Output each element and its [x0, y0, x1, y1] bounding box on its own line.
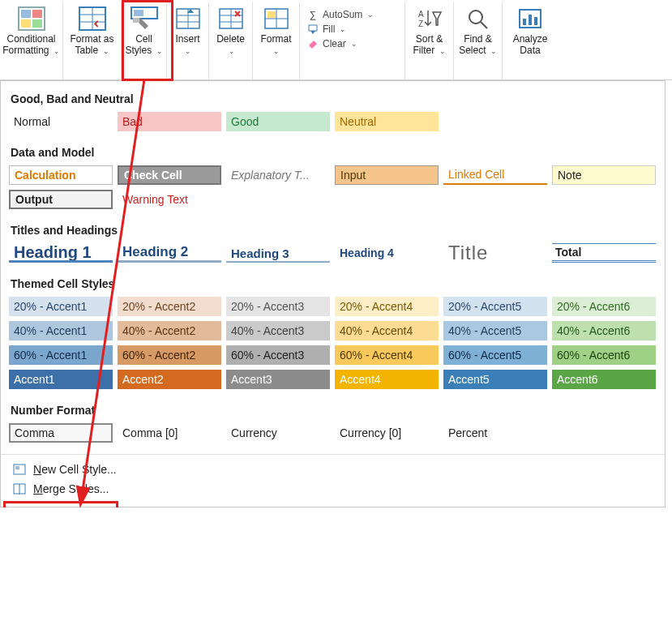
section-titles-headings: Titles and Headings: [1, 217, 665, 242]
style-title[interactable]: Title: [443, 243, 547, 263]
svg-rect-4: [32, 19, 42, 28]
style-accent5-40[interactable]: 40% - Accent5: [443, 321, 547, 340]
style-accent3-60[interactable]: 60% - Accent3: [226, 345, 330, 365]
style-accent6-20[interactable]: 20% - Accent6: [552, 297, 656, 316]
style-accent1[interactable]: Accent1: [9, 370, 113, 389]
style-heading-3[interactable]: Heading 3: [226, 243, 330, 263]
section-data-model: Data and Model: [1, 139, 665, 164]
style-linked-cell[interactable]: Linked Cell: [443, 165, 547, 185]
style-accent5[interactable]: Accent5: [443, 370, 547, 389]
style-accent3[interactable]: Accent3: [226, 370, 330, 389]
svg-rect-24: [309, 25, 317, 31]
style-note[interactable]: Note: [552, 165, 656, 185]
label: Format⌄: [260, 34, 291, 57]
label: CellStyles ⌄: [126, 34, 163, 57]
style-accent4-60[interactable]: 60% - Accent4: [335, 345, 439, 365]
merge-styles-menu[interactable]: Merge Styles...: [9, 479, 657, 499]
svg-rect-3: [21, 19, 31, 28]
svg-rect-10: [134, 10, 143, 16]
style-bad[interactable]: Bad: [118, 112, 221, 131]
style-accent2-60[interactable]: 60% - Accent2: [118, 345, 221, 365]
analyze-data-button[interactable]: AnalyzeData: [503, 2, 558, 79]
style-heading-4[interactable]: Heading 4: [335, 243, 439, 263]
style-check-cell[interactable]: Check Cell: [118, 165, 221, 185]
label: New Cell Style...: [33, 463, 117, 476]
style-total[interactable]: Total: [552, 243, 656, 263]
style-accent6[interactable]: Accent6: [552, 370, 656, 389]
fill-down-icon: [306, 24, 319, 35]
style-heading-2[interactable]: Heading 2: [118, 243, 221, 263]
new-style-icon: [12, 463, 27, 476]
delete-button[interactable]: Delete⌄: [209, 2, 253, 79]
style-accent5-20[interactable]: 20% - Accent5: [443, 297, 547, 316]
style-neutral[interactable]: Neutral: [335, 112, 439, 131]
label: Delete⌄: [216, 34, 245, 57]
section-good-bad-neutral: Good, Bad and Neutral: [1, 86, 665, 110]
style-heading-1[interactable]: Heading 1: [9, 243, 113, 263]
style-accent5-60[interactable]: 60% - Accent5: [443, 345, 547, 365]
style-accent4-20[interactable]: 20% - Accent4: [335, 297, 439, 316]
format-button[interactable]: Format⌄: [253, 2, 300, 79]
insert-cells-icon: [173, 5, 203, 32]
style-accent2-20[interactable]: 20% - Accent2: [118, 297, 221, 316]
editing-group: ∑ AutoSum ⌄ Fill ⌄ Clear ⌄: [300, 2, 405, 79]
label: Find &Select ⌄: [459, 34, 497, 57]
style-currency-0[interactable]: Currency [0]: [335, 423, 439, 443]
clear-button[interactable]: Clear ⌄: [305, 37, 375, 50]
style-accent1-20[interactable]: 20% - Accent1: [9, 297, 113, 316]
insert-button[interactable]: Insert⌄: [167, 2, 209, 79]
style-accent3-20[interactable]: 20% - Accent3: [226, 297, 330, 316]
label: Insert⌄: [175, 34, 199, 57]
style-accent1-40[interactable]: 40% - Accent1: [9, 321, 113, 340]
style-currency[interactable]: Currency: [226, 423, 330, 443]
style-calculation[interactable]: Calculation: [9, 165, 113, 185]
style-normal[interactable]: Normal: [9, 112, 113, 131]
svg-text:A: A: [418, 10, 424, 19]
format-cells-icon: [261, 5, 292, 32]
style-accent3-40[interactable]: 40% - Accent3: [226, 321, 330, 340]
style-accent6-60[interactable]: 60% - Accent6: [552, 345, 656, 365]
merge-styles-icon: [12, 482, 27, 495]
style-accent2[interactable]: Accent2: [118, 370, 221, 389]
label: AnalyzeData: [513, 34, 548, 57]
svg-rect-2: [32, 10, 42, 18]
style-accent6-40[interactable]: 40% - Accent6: [552, 321, 656, 340]
new-cell-style-menu[interactable]: New Cell Style...: [9, 460, 657, 479]
svg-rect-1: [21, 10, 31, 18]
label: Sort &Filter ⌄: [413, 34, 446, 57]
style-accent2-40[interactable]: 40% - Accent2: [118, 321, 221, 340]
format-as-table-button[interactable]: Format asTable ⌄: [63, 2, 122, 79]
cell-styles-icon: [129, 5, 160, 32]
style-percent[interactable]: Percent: [443, 423, 547, 443]
svg-rect-30: [523, 19, 526, 25]
label: Merge Styles...: [33, 482, 109, 495]
find-select-button[interactable]: Find &Select ⌄: [454, 2, 503, 79]
ribbon-toolbar: ConditionalFormatting ⌄ Format asTable ⌄…: [0, 0, 672, 80]
svg-rect-32: [534, 17, 537, 25]
sort-filter-button[interactable]: AZ Sort &Filter ⌄: [405, 2, 454, 79]
style-accent4-40[interactable]: 40% - Accent4: [335, 321, 439, 340]
label: Clear: [323, 38, 346, 49]
svg-rect-21: [268, 11, 276, 18]
style-comma[interactable]: Comma: [9, 423, 113, 443]
svg-text:Z: Z: [418, 19, 423, 28]
conditional-formatting-button[interactable]: ConditionalFormatting ⌄: [0, 2, 63, 79]
label: AutoSum: [323, 9, 362, 20]
style-warning-text[interactable]: Warning Text: [118, 190, 221, 209]
section-number-format: Number Format: [1, 397, 665, 422]
style-output[interactable]: Output: [9, 190, 113, 209]
conditional-formatting-icon: [16, 5, 47, 32]
style-comma-0[interactable]: Comma [0]: [118, 423, 221, 443]
fill-button[interactable]: Fill ⌄: [305, 23, 375, 36]
style-input[interactable]: Input: [335, 165, 439, 185]
autosum-button[interactable]: ∑ AutoSum ⌄: [305, 8, 375, 21]
style-explanatory[interactable]: Explanatory T...: [226, 165, 330, 185]
style-accent1-60[interactable]: 60% - Accent1: [9, 345, 113, 365]
sigma-icon: ∑: [306, 9, 319, 20]
section-themed: Themed Cell Styles: [1, 271, 665, 295]
label: ConditionalFormatting ⌄: [2, 34, 60, 57]
style-good[interactable]: Good: [226, 112, 330, 131]
cell-styles-button[interactable]: CellStyles ⌄: [122, 2, 167, 79]
svg-rect-11: [133, 18, 139, 23]
style-accent4[interactable]: Accent4: [335, 370, 439, 389]
